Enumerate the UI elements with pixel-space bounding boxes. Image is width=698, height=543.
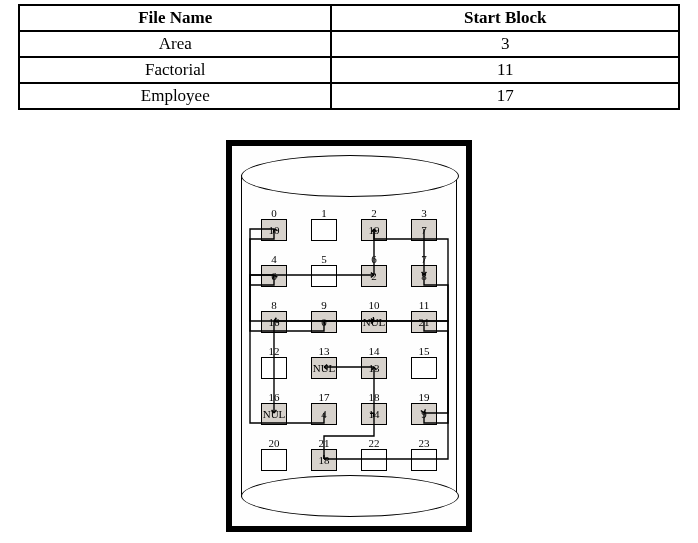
block-index: 21 <box>319 436 330 449</box>
block-index: 14 <box>369 344 380 357</box>
block-cell: 15 <box>406 344 442 390</box>
block-cell: 2118 <box>306 436 342 482</box>
block-box: NUL <box>261 403 287 425</box>
table-row: Factorial11 <box>19 57 679 83</box>
block-index: 17 <box>319 390 330 403</box>
block-box: 16 <box>261 311 287 333</box>
block-cell: 62 <box>356 252 392 298</box>
block-index: 15 <box>419 344 430 357</box>
block-index: 23 <box>419 436 430 449</box>
block-index: 22 <box>369 436 380 449</box>
block-box: 6 <box>261 265 287 287</box>
block-index: 16 <box>269 390 280 403</box>
block-box: 2 <box>361 265 387 287</box>
block-cell: 10NUL <box>356 298 392 344</box>
block-box: 18 <box>311 449 337 471</box>
block-box: 13 <box>361 357 387 379</box>
block-index: 8 <box>271 298 277 311</box>
block-grid: 01012193746562788169010NUL11211213NUL141… <box>256 206 442 486</box>
block-box: 14 <box>361 403 387 425</box>
block-index: 6 <box>371 252 377 265</box>
col-startblock: Start Block <box>331 5 679 31</box>
block-cell: 219 <box>356 206 392 252</box>
start-block-cell: 11 <box>331 57 679 83</box>
block-cell: 12 <box>256 344 292 390</box>
block-box <box>411 357 437 379</box>
block-index: 18 <box>369 390 380 403</box>
block-box <box>411 449 437 471</box>
block-index: 3 <box>421 206 427 219</box>
file-name-cell: Employee <box>19 83 331 109</box>
block-box: NUL <box>361 311 387 333</box>
file-name-cell: Factorial <box>19 57 331 83</box>
block-cell: 23 <box>406 436 442 482</box>
block-index: 11 <box>419 298 430 311</box>
block-cell: 16NUL <box>256 390 292 436</box>
block-index: 19 <box>419 390 430 403</box>
block-cell: 010 <box>256 206 292 252</box>
block-box: 10 <box>261 219 287 241</box>
block-cell: 199 <box>406 390 442 436</box>
block-cell: 174 <box>306 390 342 436</box>
file-name-cell: Area <box>19 31 331 57</box>
block-box: 7 <box>411 219 437 241</box>
start-block-cell: 17 <box>331 83 679 109</box>
block-cell: 46 <box>256 252 292 298</box>
block-cell: 37 <box>406 206 442 252</box>
block-index: 20 <box>269 436 280 449</box>
disk-diagram-frame: 01012193746562788169010NUL11211213NUL141… <box>226 140 472 532</box>
block-box <box>261 357 287 379</box>
block-index: 2 <box>371 206 377 219</box>
block-box: 4 <box>311 403 337 425</box>
block-cell: 1814 <box>356 390 392 436</box>
block-cell: 90 <box>306 298 342 344</box>
start-block-cell: 3 <box>331 31 679 57</box>
block-box <box>311 265 337 287</box>
block-cell: 1121 <box>406 298 442 344</box>
block-index: 5 <box>321 252 327 265</box>
block-cell: 78 <box>406 252 442 298</box>
block-box <box>311 219 337 241</box>
block-cell: 22 <box>356 436 392 482</box>
block-box <box>261 449 287 471</box>
block-box: 19 <box>361 219 387 241</box>
block-index: 13 <box>319 344 330 357</box>
block-index: 10 <box>369 298 380 311</box>
file-allocation-table: File Name Start Block Area3Factorial11Em… <box>18 4 680 110</box>
block-cell: 13NUL <box>306 344 342 390</box>
block-cell: 1413 <box>356 344 392 390</box>
block-index: 9 <box>321 298 327 311</box>
disk-cylinder: 01012193746562788169010NUL11211213NUL141… <box>238 152 460 520</box>
block-cell: 1 <box>306 206 342 252</box>
block-box: 8 <box>411 265 437 287</box>
block-index: 7 <box>421 252 427 265</box>
block-index: 1 <box>321 206 327 219</box>
block-index: 12 <box>269 344 280 357</box>
col-filename: File Name <box>19 5 331 31</box>
block-box <box>361 449 387 471</box>
block-cell: 20 <box>256 436 292 482</box>
block-box: NUL <box>311 357 337 379</box>
block-box: 0 <box>311 311 337 333</box>
table-row: Employee17 <box>19 83 679 109</box>
table-row: Area3 <box>19 31 679 57</box>
block-box: 21 <box>411 311 437 333</box>
block-box: 9 <box>411 403 437 425</box>
block-index: 4 <box>271 252 277 265</box>
block-cell: 5 <box>306 252 342 298</box>
block-index: 0 <box>271 206 277 219</box>
block-cell: 816 <box>256 298 292 344</box>
